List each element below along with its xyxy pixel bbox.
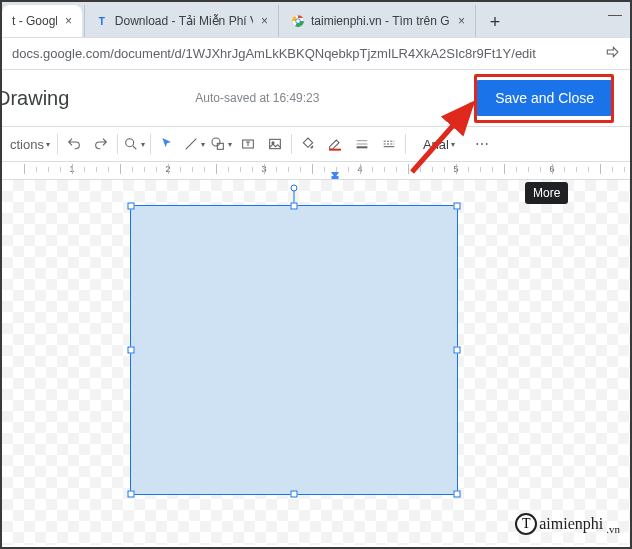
close-icon[interactable]: × [65,14,72,28]
separator [57,134,58,154]
favicon-icon [291,14,305,28]
svg-rect-7 [270,139,281,148]
separator [405,134,406,154]
fill-color-button[interactable] [295,131,321,157]
watermark-icon: T [515,513,537,535]
new-tab-button[interactable]: + [482,9,508,35]
tab-title: t - Google I [12,14,57,28]
url-text: docs.google.com/document/d/1WJXhrJgAmLkK… [12,46,604,61]
watermark-text: aimienphi [539,515,603,533]
dialog-title: Drawing [0,87,69,110]
watermark: T aimienphi .vn [515,513,620,535]
undo-button[interactable] [61,131,87,157]
svg-rect-5 [217,143,223,149]
share-icon[interactable] [604,44,620,63]
select-tool[interactable] [154,131,180,157]
actions-menu[interactable]: ctions [6,131,54,157]
browser-tab-1[interactable]: t - Google I × [2,5,82,37]
horizontal-ruler: 1 2 3 4 5 6 [2,162,630,180]
svg-point-4 [212,138,220,146]
tab-title: taimienphi.vn - Tìm trên Goo [311,14,450,28]
close-icon[interactable]: × [261,14,268,28]
textbox-tool[interactable] [235,131,261,157]
save-and-close-button[interactable]: Save and Close [475,80,614,116]
separator [117,134,118,154]
separator [150,134,151,154]
browser-tabstrip: t - Google I × T Download - Tải Miễn Phí… [2,2,630,37]
window-caption-buttons: — [608,6,622,22]
zoom-button[interactable] [121,131,147,157]
rectangle-shape[interactable] [130,205,458,495]
redo-button[interactable] [88,131,114,157]
browser-tab-3[interactable]: taimienphi.vn - Tìm trên Goo × [281,5,476,37]
url-bar[interactable]: docs.google.com/document/d/1WJXhrJgAmLkK… [2,37,630,70]
browser-tab-2[interactable]: T Download - Tải Miễn Phí VN × [84,5,279,37]
image-tool[interactable] [262,131,288,157]
separator [291,134,292,154]
tooltip-more: More [525,182,568,204]
close-icon[interactable]: × [458,14,465,28]
svg-rect-9 [329,149,341,151]
more-button[interactable]: ⋯ [470,131,496,157]
border-weight-button[interactable] [349,131,375,157]
svg-point-2 [296,19,300,23]
watermark-suffix: .vn [606,523,620,535]
autosave-status: Auto-saved at 16:49:23 [195,91,319,105]
drawing-toolbar: ctions Arial ⋯ [2,126,630,162]
drawing-dialog-header: Drawing Auto-saved at 16:49:23 Save and … [2,70,630,126]
svg-point-3 [126,139,134,147]
font-selector[interactable]: Arial [409,131,469,157]
tab-title: Download - Tải Miễn Phí VN [115,14,253,28]
drawing-canvas[interactable]: T aimienphi .vn [2,180,630,545]
border-color-button[interactable] [322,131,348,157]
shape-tool[interactable] [208,131,234,157]
line-tool[interactable] [181,131,207,157]
border-dash-button[interactable] [376,131,402,157]
favicon-icon: T [95,14,109,28]
